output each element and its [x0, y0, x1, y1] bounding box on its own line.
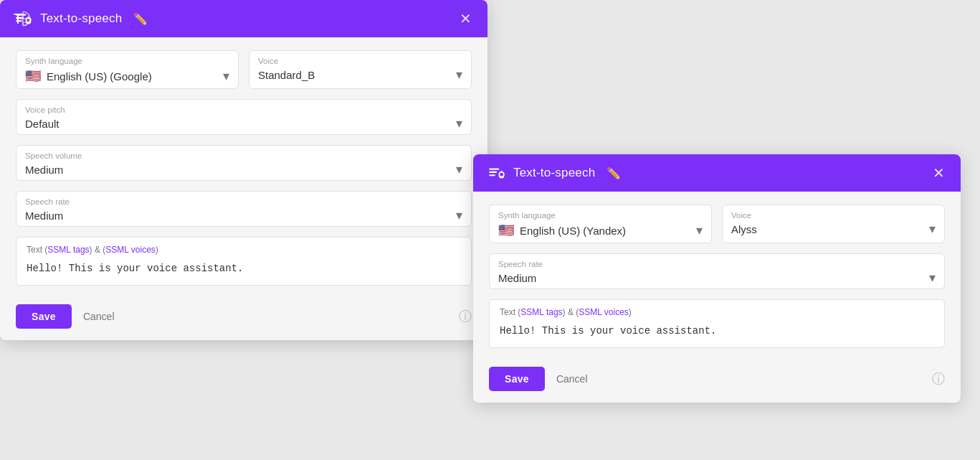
text-label-close-1: ): [156, 245, 158, 255]
text-to-speech-dialog-1: T꜀ Text-to-speech ✏️ ✕ Synth language: [0, 0, 487, 340]
footer-left-1: Save Cancel: [16, 304, 118, 329]
synth-language-dropdown-1[interactable]: ▾: [223, 70, 229, 83]
speech-rate-value-2: Medium: [498, 272, 536, 284]
ssml-voices-link-2[interactable]: SSML voices: [579, 307, 629, 317]
speech-volume-label-1: Speech volume: [25, 151, 462, 160]
synth-language-value-row-1: 🇺🇸 English (US) (Google) ▾: [25, 68, 229, 84]
voice-pitch-value-row-1: Default ▾: [25, 117, 462, 130]
speech-rate-value-1: Medium: [25, 210, 63, 222]
speech-rate-value-row-1: Medium ▾: [25, 209, 462, 222]
dialog-title-1: Text-to-speech: [40, 11, 122, 26]
voice-field-2[interactable]: Voice Alyss ▾: [722, 205, 945, 243]
dialog-body-1: Synth language 🇺🇸 English (US) (Google) …: [0, 37, 487, 297]
synth-language-field-2[interactable]: Synth language 🇺🇸 English (US) (Yandex) …: [489, 205, 712, 243]
synth-language-field-1[interactable]: Synth language 🇺🇸 English (US) (Google) …: [16, 50, 239, 89]
text-label-row-2: Text (SSML tags) & (SSML voices): [500, 307, 934, 317]
dialog-body-2: Synth language 🇺🇸 English (US) (Yandex) …: [473, 192, 961, 360]
voice-value-2: Alyss: [731, 223, 757, 235]
svg-rect-2: [16, 17, 24, 19]
svg-rect-7: [489, 172, 497, 173]
voice-label-1: Voice: [258, 57, 462, 65]
text-area-group-2: Text (SSML tags) & (SSML voices) Hello! …: [489, 299, 945, 348]
speech-volume-value-row-1: Medium ▾: [25, 163, 462, 176]
close-button-2[interactable]: ✕: [930, 163, 948, 183]
edit-icon-2[interactable]: ✏️: [606, 166, 621, 180]
voice-pitch-dropdown-1[interactable]: ▾: [456, 117, 462, 130]
voice-dropdown-2[interactable]: ▾: [929, 222, 936, 235]
text-content-1[interactable]: Hello! This is your voice assistant.: [27, 260, 461, 276]
speech-rate-field-2[interactable]: Speech rate Medium ▾: [489, 253, 945, 289]
tts-icon-1: T꜀: [13, 9, 33, 29]
edit-icon-1[interactable]: ✏️: [133, 12, 148, 26]
speech-rate-dropdown-2[interactable]: ▾: [929, 271, 936, 284]
ssml-voices-link-1[interactable]: SSML voices: [105, 245, 156, 255]
synth-language-label-1: Synth language: [25, 57, 229, 65]
svg-rect-6: [489, 169, 499, 170]
cancel-button-2[interactable]: Cancel: [553, 367, 591, 391]
info-icon-2[interactable]: ⓘ: [932, 370, 945, 388]
speech-rate-field-1[interactable]: Speech rate Medium ▾: [16, 191, 472, 227]
text-area-group-1: Text (SSML tags) & (SSML voices) Hello! …: [16, 237, 472, 286]
speech-rate-dropdown-1[interactable]: ▾: [456, 209, 462, 222]
svg-point-9: [499, 172, 504, 177]
voice-label-2: Voice: [731, 211, 936, 220]
cancel-button-1[interactable]: Cancel: [80, 304, 118, 329]
close-button-1[interactable]: ✕: [457, 9, 475, 29]
svg-rect-8: [489, 174, 495, 176]
lang-voice-row-2: Synth language 🇺🇸 English (US) (Yandex) …: [489, 205, 945, 243]
text-label-static-1: Text (: [27, 245, 47, 255]
synth-language-value-row-2: 🇺🇸 English (US) (Yandex) ▾: [498, 222, 703, 238]
flag-emoji-1: 🇺🇸: [25, 68, 41, 84]
voice-value-row-1: Standard_B ▾: [258, 68, 462, 81]
ssml-tags-link-2[interactable]: SSML tags: [520, 307, 562, 317]
header-left-2: Text-to-speech ✏️: [486, 163, 621, 183]
dialog-header-2: Text-to-speech ✏️ ✕: [473, 154, 961, 192]
speech-rate-label-2: Speech rate: [498, 260, 936, 268]
text-label-and-1: ) & (: [90, 245, 106, 255]
voice-value-row-2: Alyss ▾: [731, 222, 936, 235]
speech-volume-dropdown-1[interactable]: ▾: [456, 163, 462, 176]
voice-value-1: Standard_B: [258, 69, 315, 81]
text-to-speech-dialog-2: Text-to-speech ✏️ ✕ Synth language 🇺🇸 En…: [473, 154, 961, 403]
ssml-tags-link-1[interactable]: SSML tags: [47, 245, 89, 255]
footer-left-2: Save Cancel: [489, 367, 591, 391]
voice-dropdown-1[interactable]: ▾: [456, 68, 462, 81]
lang-voice-row-1: Synth language 🇺🇸 English (US) (Google) …: [16, 50, 472, 89]
dialog-footer-2: Save Cancel ⓘ: [473, 360, 961, 403]
text-label-row-1: Text (SSML tags) & (SSML voices): [27, 245, 461, 255]
speech-volume-value-1: Medium: [25, 164, 63, 176]
svg-rect-1: [16, 14, 26, 16]
save-button-2[interactable]: Save: [489, 367, 545, 391]
speech-volume-field-1[interactable]: Speech volume Medium ▾: [16, 145, 472, 181]
save-button-1[interactable]: Save: [16, 304, 72, 329]
text-content-2[interactable]: Hello! This is your voice assistant.: [500, 323, 934, 339]
header-left-1: T꜀ Text-to-speech ✏️: [13, 9, 148, 29]
text-label-and-2: ) & (: [563, 307, 579, 317]
text-label-static-2: Text (: [500, 307, 520, 317]
voice-pitch-value-1: Default: [25, 118, 60, 130]
synth-language-label-2: Synth language: [498, 211, 703, 220]
speech-rate-value-row-2: Medium ▾: [498, 271, 936, 284]
dialog-title-2: Text-to-speech: [513, 166, 595, 180]
flag-emoji-2: 🇺🇸: [498, 222, 514, 238]
speech-rate-label-1: Speech rate: [25, 197, 462, 206]
voice-pitch-field-1[interactable]: Voice pitch Default ▾: [16, 99, 472, 135]
dialog-header-1: T꜀ Text-to-speech ✏️ ✕: [0, 0, 487, 37]
text-label-close-2: ): [629, 307, 632, 317]
synth-language-dropdown-2[interactable]: ▾: [696, 224, 703, 237]
svg-rect-3: [16, 20, 22, 22]
synth-language-value-2: 🇺🇸 English (US) (Yandex): [498, 222, 626, 238]
voice-field-1[interactable]: Voice Standard_B ▾: [249, 50, 472, 89]
dialog-footer-1: Save Cancel ⓘ: [0, 297, 487, 340]
synth-language-value-1: 🇺🇸 English (US) (Google): [25, 68, 152, 84]
info-icon-1[interactable]: ⓘ: [459, 308, 472, 325]
tts-icon-2: [486, 163, 506, 183]
voice-pitch-label-1: Voice pitch: [25, 105, 462, 114]
